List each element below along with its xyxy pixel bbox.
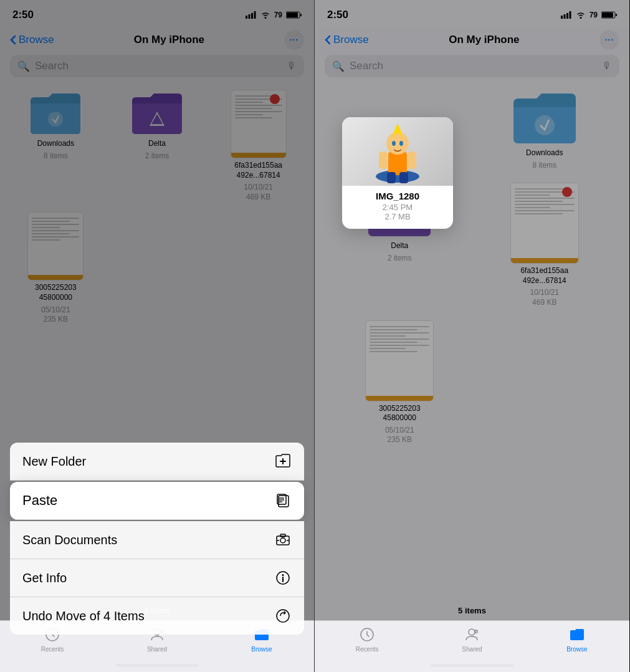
tab-label: Shared [147,646,167,653]
info-circle-icon [275,570,291,586]
right-panel: 2:50 79 Browse [315,0,629,672]
svg-rect-48 [408,151,416,169]
tab-recents[interactable]: Recents [315,626,419,653]
svg-line-56 [367,635,369,636]
right-overlay [315,0,629,672]
svg-point-24 [282,574,284,576]
left-panel: 2:50 79 Browse [0,0,315,672]
svg-point-57 [469,629,475,635]
undo-circle-icon [275,608,291,624]
browse-folder-icon [568,626,586,643]
svg-rect-13 [279,496,289,507]
svg-rect-50 [399,172,408,183]
get-info-menu-item[interactable]: Get Info [10,559,304,597]
clipboard-icon [275,492,291,509]
menu-label: Scan Documents [22,533,117,547]
undo-icon [274,607,292,625]
tab-shared[interactable]: + Shared [419,626,524,653]
svg-text:+: + [475,629,478,635]
tab-browse[interactable]: Browse [525,626,629,653]
tab-label: Shared [462,646,482,653]
svg-rect-20 [280,534,285,537]
paste-icon [274,492,292,509]
paste-menu-item[interactable]: Paste [10,482,304,520]
svg-rect-42 [388,151,407,175]
svg-rect-49 [387,172,396,183]
svg-point-19 [280,538,285,543]
new-folder-icon [274,453,292,470]
info-icon [274,569,292,587]
popup-time: 2:45 PM [383,203,413,212]
popup-size: 2.7 MB [384,212,410,221]
right-tab-bar: Recents + Shared Browse [315,620,629,672]
tab-label: Browse [251,646,272,653]
context-menu: New Folder Paste [0,443,314,635]
menu-label: Paste [22,492,57,509]
shared-icon: + [463,626,480,643]
goku-figure-svg [366,117,429,186]
menu-label: Undo Move of 4 Items [22,609,145,623]
tab-label: Recents [41,646,64,653]
svg-point-45 [392,141,396,146]
svg-point-26 [277,610,289,622]
menu-label: New Folder [22,454,86,469]
clock-icon [358,626,376,643]
new-folder-menu-item[interactable]: New Folder [10,443,304,481]
tab-label: Browse [566,646,587,653]
items-count-text: 5 items [458,606,486,615]
popup-thumbnail [342,117,453,186]
camera-scan-icon [275,532,291,548]
menu-label: Get Info [22,571,67,585]
svg-point-46 [399,141,403,146]
undo-move-menu-item[interactable]: Undo Move of 4 Items [10,597,304,635]
right-bottom-status: 5 items [315,605,629,616]
svg-rect-47 [379,151,388,169]
folder-plus-icon [275,453,291,469]
svg-line-29 [52,635,54,636]
scan-icon [274,531,292,549]
scan-documents-menu-item[interactable]: Scan Documents [10,521,304,559]
image-preview-popup: IMG_1280 2:45 PM 2.7 MB [342,117,453,229]
tab-label: Recents [356,646,379,653]
popup-filename: IMG_1280 [376,191,419,201]
